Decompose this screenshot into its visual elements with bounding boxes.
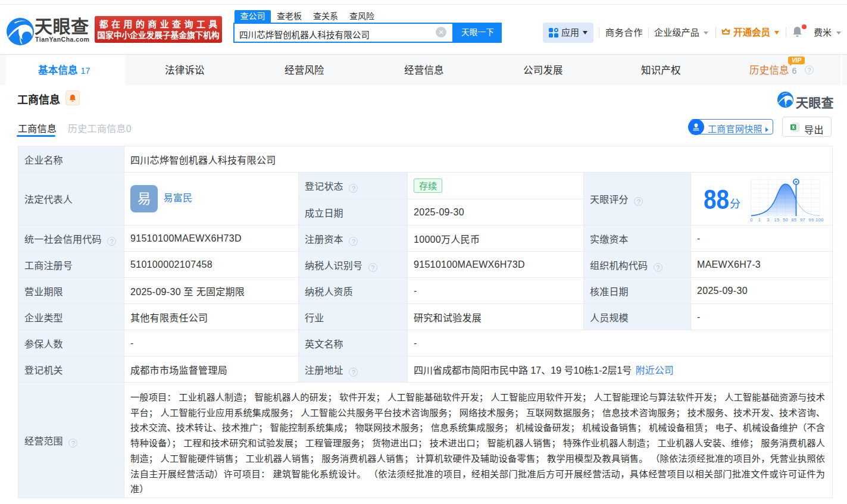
svg-text:15: 15 xyxy=(774,217,780,223)
svg-text:97: 97 xyxy=(800,217,805,223)
svg-text:0: 0 xyxy=(750,217,752,223)
svg-text:100: 100 xyxy=(815,217,823,223)
svg-text:3: 3 xyxy=(767,217,769,223)
svg-text:1: 1 xyxy=(758,217,761,223)
svg-text:50: 50 xyxy=(783,217,788,223)
svg-text:85: 85 xyxy=(792,217,797,223)
svg-text:99: 99 xyxy=(809,217,814,223)
